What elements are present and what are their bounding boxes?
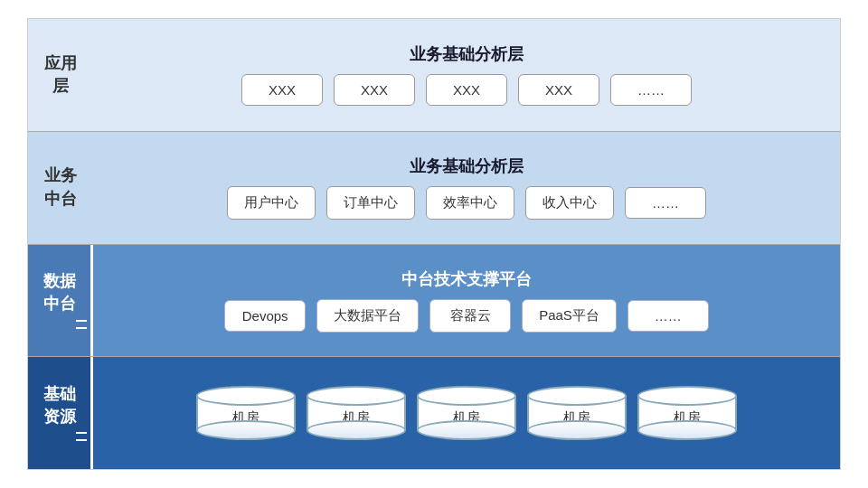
cylinder-1: 机房 [307,386,406,440]
layer-row-infra: 基础 资源机房机房机房机房机房 [28,356,840,469]
boxes-row-data: Devops大数据平台容器云PaaS平台…… [108,299,826,333]
layer-content-biz: 业务基础分析层用户中心订单中心效率中心收入中心…… [93,132,840,244]
rect-box-3: PaaS平台 [522,299,617,333]
cylinder-0: 机房 [196,386,296,440]
cylinder-3: 机房 [527,386,627,440]
rect-box-3: 收入中心 [525,186,614,220]
rect-box-4: …… [610,74,692,106]
layer-title-app: 业务基础分析层 [410,43,524,65]
rect-box-1: 大数据平台 [316,299,419,333]
layer-title-biz: 业务基础分析层 [410,155,524,177]
rect-box-2: XXX [426,74,507,106]
boxes-row-app: XXXXXXXXXXXX…… [108,74,826,106]
layer-row-app: 应用 层业务基础分析层XXXXXXXXXXXX…… [28,19,840,131]
rect-box-1: 订单中心 [326,186,415,220]
rect-box-0: XXX [241,74,323,106]
layer-label-text-app: 应用 层 [44,52,77,98]
cylinder-top [417,386,516,406]
layer-content-infra: 机房机房机房机房机房 [93,357,840,469]
rect-box-4: …… [625,187,706,219]
cylinder-top [307,386,406,406]
cylinder-4: 机房 [637,386,737,440]
cylinder-bottom [527,420,627,440]
cylinder-bottom [637,420,737,440]
rect-box-0: 用户中心 [227,186,316,220]
layer-label-text-infra: 基础 资源 [43,383,76,428]
rect-box-3: XXX [518,74,599,106]
cylinder-bottom [417,420,516,440]
rect-box-0: Devops [224,300,306,332]
cylinder-top [527,386,627,406]
cylinder-top [196,386,296,406]
cylinder-top [637,386,737,406]
layer-label-text-biz: 业务 中台 [44,164,77,210]
rect-box-4: …… [627,300,709,332]
boxes-row-infra: 机房机房机房机房机房 [108,386,826,440]
rect-box-2: 容器云 [429,299,511,333]
architecture-diagram: 应用 层业务基础分析层XXXXXXXXXXXX……业务 中台业务基础分析层用户中… [27,18,841,470]
layer-row-data: 数据 中台中台技术支撑平台Devops大数据平台容器云PaaS平台…… [28,244,840,357]
layer-label-data: 数据 中台 [28,245,93,357]
layer-label-infra: 基础 资源 [28,357,93,469]
rect-box-1: XXX [334,74,415,106]
boxes-row-biz: 用户中心订单中心效率中心收入中心…… [108,186,826,220]
cylinder-bottom [196,420,296,440]
cylinder-2: 机房 [417,386,516,440]
layer-label-biz: 业务 中台 [28,132,93,244]
layer-content-app: 业务基础分析层XXXXXXXXXXXX…… [93,19,840,131]
layer-label-app: 应用 层 [28,19,93,131]
layer-label-text-data: 数据 中台 [43,270,76,315]
cylinder-bottom [307,420,406,440]
layer-row-biz: 业务 中台业务基础分析层用户中心订单中心效率中心收入中心…… [28,131,840,244]
layer-title-data: 中台技术支撑平台 [401,268,532,290]
layer-content-data: 中台技术支撑平台Devops大数据平台容器云PaaS平台…… [93,245,840,357]
rect-box-2: 效率中心 [426,186,514,220]
